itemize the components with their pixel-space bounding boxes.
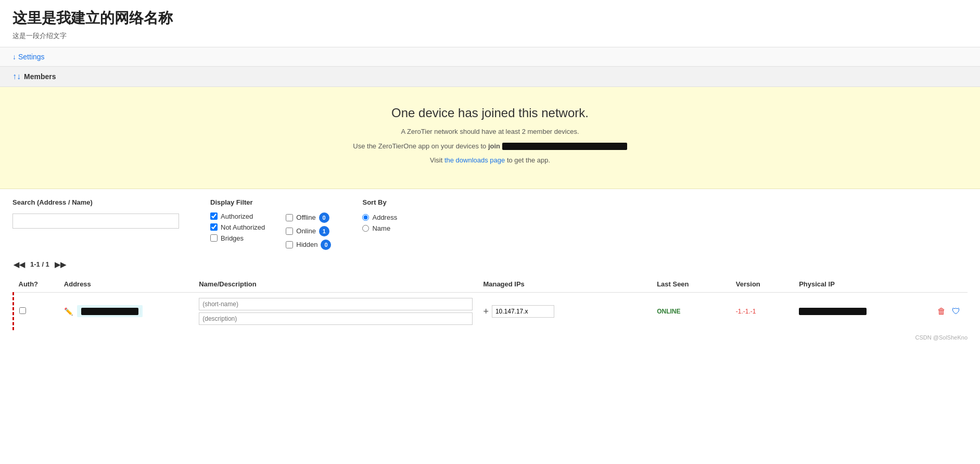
notice-line1: A ZeroTier network should have at least … [12,127,968,137]
display-filter-group: Display Filter Authorized Not Authorized… [210,198,331,250]
cell-version: -1.-1.-1 [731,292,794,330]
members-sort-icon: ↑↓ [12,72,21,81]
filter-authorized-label: Authorized [221,212,253,220]
physical-ip-redacted [799,308,867,315]
notice-join-bold: join [488,142,500,150]
first-page-button[interactable]: ◀◀ [12,259,26,270]
ip-cell: + [483,305,646,318]
notice-banner: One device has joined this network. A Ze… [0,87,980,189]
notice-line3: Visit the downloads page to get the app. [12,155,968,166]
filter-authorized-row[interactable]: Authorized [210,212,265,220]
members-label: Members [24,72,56,81]
col-name: Name/Description [194,276,478,293]
filter-not-authorized-checkbox[interactable] [210,223,218,231]
table-head: Auth? Address Name/Description Managed I… [14,276,968,293]
filter-columns: Authorized Not Authorized Bridges Offlin… [210,212,331,250]
col-managed: Managed IPs [478,276,652,293]
cell-lastseen: ONLINE [652,292,731,330]
col-version: Version [731,276,794,293]
pagination-row: ◀◀ 1-1 / 1 ▶▶ [0,255,980,276]
cell-managed: + [478,292,652,330]
sort-name-label: Name [372,224,390,232]
col-address: Address [59,276,194,293]
filter-hidden-label: Hidden [296,241,317,248]
filter-section: Search (Address / Name) Display Filter A… [0,189,980,255]
notice-heading: One device has joined this network. [12,106,968,120]
notice-line2-prefix: Use the ZeroTierOne app on your devices … [353,142,488,150]
network-id-redacted [502,143,627,150]
filter-bridges-checkbox[interactable] [210,234,218,242]
col-actions [920,276,968,293]
filter-online-checkbox[interactable] [286,228,293,235]
managed-ip-input[interactable] [492,305,554,318]
edit-address-button[interactable]: ✏️ [64,307,73,316]
cell-physical [794,292,920,330]
sort-address-row[interactable]: Address [362,214,397,221]
member-name-input[interactable] [199,298,473,310]
display-filter-label: Display Filter [210,198,331,206]
shield-member-button[interactable]: 🛡 [950,305,962,318]
table-header-row: Auth? Address Name/Description Managed I… [14,276,968,293]
cell-name [194,292,478,330]
address-cell-wrapper: ✏️ [64,305,188,318]
filter-not-authorized-row[interactable]: Not Authorized [210,223,265,231]
filter-offline-label: Offline [296,214,315,221]
settings-bar: ↓ Settings [0,47,980,67]
page-header: 这里是我建立的网络名称 这是一段介绍文字 [0,0,980,47]
filter-bridges-row[interactable]: Bridges [210,234,265,242]
table-row: ✏️ + ONLINE [14,292,968,330]
filter-online-row[interactable]: Online 1 [286,226,331,236]
page-range: 1-1 / 1 [30,260,49,268]
notice-line3-suffix: to get the app. [507,156,550,164]
member-auth-checkbox[interactable] [19,307,26,314]
downloads-page-link[interactable]: the downloads page [444,156,505,164]
filter-online-count: 1 [319,226,329,236]
search-input[interactable] [12,214,179,229]
page-title: 这里是我建立的网络名称 [12,8,968,28]
sort-address-label: Address [372,214,397,221]
delete-member-button[interactable]: 🗑 [935,305,948,318]
sort-by-label: Sort By [362,198,397,206]
filter-not-authorized-label: Not Authorized [221,223,265,231]
settings-arrow-icon: ↓ [12,53,16,61]
members-table: Auth? Address Name/Description Managed I… [12,276,968,330]
online-status: ONLINE [657,308,680,315]
sort-address-radio[interactable] [362,214,369,221]
notice-line3-prefix: Visit [430,156,444,164]
filter-hidden-count: 0 [321,240,331,250]
cell-auth [14,292,59,330]
search-group: Search (Address / Name) [12,198,179,229]
filter-online-label: Online [296,227,316,235]
settings-label: Settings [18,53,45,61]
watermark: CSDN @SolSheKno [0,330,980,345]
sort-name-row[interactable]: Name [362,224,397,232]
members-bar: ↑↓ Members [0,67,980,87]
filter-bridges-label: Bridges [221,234,244,242]
page-subtitle: 这是一段介绍文字 [12,31,968,41]
col-lastseen: Last Seen [652,276,731,293]
last-page-button[interactable]: ▶▶ [54,259,67,270]
filter-hidden-checkbox[interactable] [286,241,293,248]
filter-col-checkboxes: Authorized Not Authorized Bridges [210,212,265,250]
add-ip-button[interactable]: + [483,307,489,316]
address-redacted-block [77,305,143,318]
cell-address: ✏️ [59,292,194,330]
filter-col-status: Offline 0 Online 1 Hidden 0 [286,212,331,250]
filter-hidden-row[interactable]: Hidden 0 [286,240,331,250]
table-body: ✏️ + ONLINE [14,292,968,330]
cell-actions: 🗑 🛡 [920,292,968,330]
search-label: Search (Address / Name) [12,198,179,206]
settings-toggle-button[interactable]: ↓ Settings [12,53,45,61]
col-auth: Auth? [14,276,59,293]
filter-authorized-checkbox[interactable] [210,212,218,220]
table-container: Auth? Address Name/Description Managed I… [0,276,980,330]
filter-offline-checkbox[interactable] [286,214,293,221]
sort-name-radio[interactable] [362,225,369,232]
member-desc-input[interactable] [199,312,473,325]
col-physical: Physical IP [794,276,920,293]
filter-offline-row[interactable]: Offline 0 [286,212,331,223]
filter-row: Search (Address / Name) Display Filter A… [12,198,968,250]
filter-offline-count: 0 [319,212,329,223]
sort-group: Sort By Address Name [362,198,397,232]
notice-line2: Use the ZeroTierOne app on your devices … [12,141,968,152]
